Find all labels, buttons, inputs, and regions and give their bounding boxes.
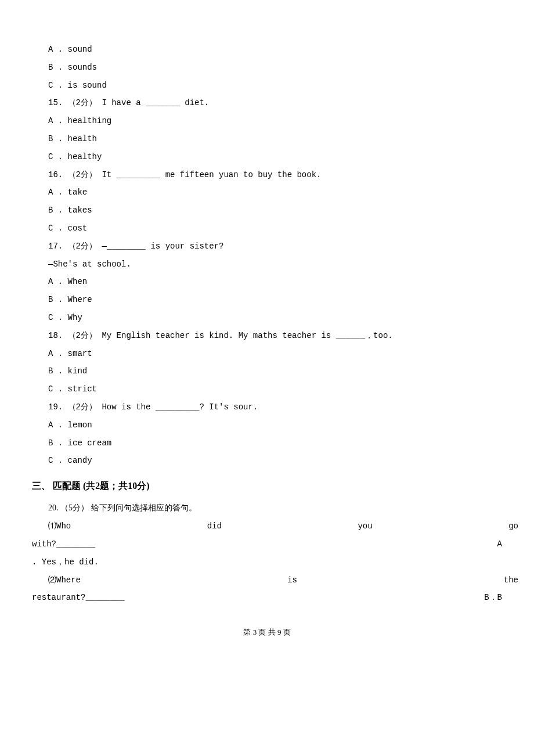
q16-option-a: A . take: [48, 183, 502, 201]
q18-prompt: 18. （2分） My English teacher is kind. My …: [48, 327, 502, 345]
q18-option-c: C . strict: [48, 380, 502, 398]
q19-option-c: C . candy: [48, 452, 502, 470]
q20-r2-w2: is: [287, 571, 297, 589]
q17-option-c: C . Why: [48, 309, 502, 327]
q20-row-2b: restaurant?________ B．B: [32, 589, 502, 607]
q17-option-a: A . When: [48, 273, 502, 291]
q20-r2-w1: ⑵Where: [48, 571, 81, 589]
q20-r1-w4: go: [508, 517, 518, 535]
q14-option-c: C . is sound: [48, 77, 502, 95]
page-footer: 第 3 页 共 9 页: [32, 624, 502, 641]
q16-option-b: B . takes: [48, 201, 502, 219]
section-3-heading: 三、 匹配题 (共2题；共10分): [32, 476, 502, 496]
q17-sub: —She's at school.: [48, 255, 502, 273]
q20-row-1b: with?________ A: [32, 535, 502, 553]
q20-r1-w3: you: [358, 517, 372, 535]
q20-row-1c: . Yes，he did.: [32, 553, 502, 571]
q20-r2b-right: B．B: [484, 589, 502, 607]
q20-r2-w3: the: [504, 571, 518, 589]
q20-r2b-left: restaurant?________: [32, 589, 125, 607]
q15-option-b: B . health: [48, 130, 502, 148]
q14-option-b: B . sounds: [48, 59, 502, 77]
q17-option-b: B . Where: [48, 291, 502, 309]
q20-row-2: ⑵Where is the: [48, 571, 518, 589]
q15-option-c: C . healthy: [48, 148, 502, 166]
q20-r1b-left: with?________: [32, 535, 95, 553]
q19-option-b: B . ice cream: [48, 434, 502, 452]
q16-prompt: 16. （2分） It _________ me fifteen yuan to…: [48, 166, 502, 184]
q20-r1-w1: ⑴Who: [48, 517, 71, 535]
q15-prompt: 15. （2分） I have a _______ diet.: [48, 94, 502, 112]
q19-prompt: 19. （2分） How is the _________? It's sour…: [48, 398, 502, 416]
q19-option-a: A . lemon: [48, 416, 502, 434]
q16-option-c: C . cost: [48, 219, 502, 237]
q18-option-b: B . kind: [48, 362, 502, 380]
q14-option-a: A . sound: [48, 41, 502, 59]
q20-row-1: ⑴Who did you go: [48, 517, 518, 535]
q20-r1-w2: did: [207, 517, 222, 535]
q15-option-a: A . healthing: [48, 112, 502, 130]
q17-prompt: 17. （2分） —________ is your sister?: [48, 237, 502, 255]
q20-prompt: 20. （5分） 给下列问句选择相应的答句。: [48, 499, 502, 517]
q20-r1b-right: A: [497, 535, 502, 553]
q18-option-a: A . smart: [48, 345, 502, 363]
